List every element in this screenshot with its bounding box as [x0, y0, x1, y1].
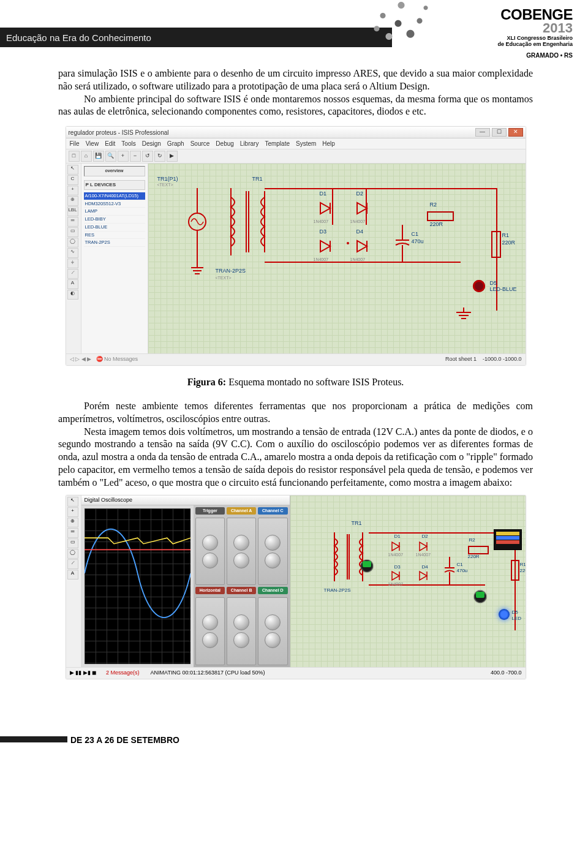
component-text: <TEXT>	[216, 275, 232, 281]
titlebar: regulador proteus - ISIS Professional — …	[66, 127, 526, 138]
knob-icon[interactable]	[233, 614, 249, 630]
tool-button[interactable]: A	[67, 570, 78, 579]
component-part: 1N4007	[314, 257, 329, 262]
tool-button[interactable]: C	[67, 175, 78, 185]
toolbar-button[interactable]: 💾	[93, 151, 104, 162]
knob-box[interactable]	[258, 518, 287, 585]
component-label: D4	[356, 228, 364, 236]
tool-button[interactable]: ↖	[67, 165, 78, 175]
knob-box[interactable]	[227, 597, 256, 665]
device-item[interactable]: TRAN-2P2S	[84, 239, 145, 247]
tool-button[interactable]: ⟋	[67, 559, 78, 569]
knob-box[interactable]	[258, 597, 287, 665]
status-anim: ANIMATING 00:01:12:563817 (CPU load 50%)	[146, 670, 484, 677]
status-coords: -1000.0 -1000.0	[483, 356, 522, 363]
component-text: <TEXT>	[157, 182, 173, 187]
knob-box[interactable]	[195, 597, 225, 665]
capacitor-icon	[393, 225, 412, 268]
knob-icon[interactable]	[233, 553, 249, 568]
diode-icon	[353, 237, 372, 255]
toolbar-button[interactable]: ▶	[167, 151, 178, 162]
tool-button[interactable]: +	[67, 186, 78, 195]
channel-header: Channel D	[258, 587, 287, 594]
component-part: LED-BLUE	[490, 286, 517, 293]
svg-marker-10	[320, 203, 330, 214]
component-label: TRAN-2P2S	[324, 587, 351, 594]
tool-button[interactable]: ═	[67, 217, 78, 227]
component-label: TR1	[352, 520, 362, 527]
knob-icon[interactable]	[265, 632, 281, 648]
page-header: Educação na Era do Conhecimento COBENGE …	[0, 0, 588, 61]
component-label: D3	[320, 228, 327, 236]
tool-button[interactable]: ↖	[67, 497, 78, 507]
knob-icon[interactable]	[265, 553, 281, 568]
tool-button[interactable]: ═	[67, 528, 78, 538]
menu-item[interactable]: File	[70, 140, 80, 148]
tool-button[interactable]: ◯	[67, 238, 78, 247]
tool-button[interactable]: ▭	[67, 227, 78, 237]
knob-icon[interactable]	[233, 535, 249, 551]
knob-icon[interactable]	[202, 553, 218, 568]
knob-icon[interactable]	[265, 614, 281, 630]
device-item[interactable]: LED-BLUE	[84, 224, 145, 232]
cobenge-logo: COBENGE 2013 XLI Congresso Brasileirode …	[389, 0, 579, 61]
knob-icon[interactable]	[233, 632, 249, 648]
toolbar-button[interactable]: □	[69, 151, 80, 162]
device-item[interactable]: LED-BIBY	[84, 216, 145, 224]
knob-icon[interactable]	[202, 632, 218, 648]
schematic-canvas[interactable]: TR1(P1) <TEXT> TR1 TRAN-2P2S <TEXT>	[148, 164, 526, 353]
knob-box[interactable]	[227, 518, 256, 585]
close-button[interactable]: ✕	[508, 128, 523, 137]
menu-item[interactable]: View	[86, 140, 99, 148]
schematic-canvas-running[interactable]: TR1 TRAN-2P2S D1 D2 D3	[290, 496, 526, 667]
maximize-button[interactable]: ☐	[492, 128, 507, 137]
resistor-icon	[491, 231, 501, 258]
minimize-button[interactable]: —	[475, 128, 490, 137]
toolbar-button[interactable]: ↺	[142, 151, 153, 162]
knob-icon[interactable]	[202, 535, 218, 551]
tool-button[interactable]: ◐	[67, 290, 78, 300]
device-item[interactable]: HDM320S512-V3	[84, 200, 145, 208]
tool-button[interactable]: ◯	[67, 549, 78, 559]
tool-button[interactable]: ∿	[67, 248, 78, 258]
tool-button[interactable]: ⏚	[67, 259, 78, 268]
knob-icon[interactable]	[202, 614, 218, 630]
device-item[interactable]: LAMP	[84, 208, 145, 216]
oscilloscope-controls[interactable]: Trigger Channel A Channel C Horizontal C…	[194, 505, 290, 666]
device-list[interactable]: A/100-X7/N4001AT(LD15) HDM320S512-V3 LAM…	[84, 192, 145, 247]
menu-item[interactable]: Tools	[121, 140, 135, 148]
tool-button[interactable]: ▭	[67, 538, 78, 548]
menu-item[interactable]: Design	[142, 140, 161, 148]
tool-button[interactable]: +	[67, 507, 78, 517]
menu-item[interactable]: Library	[240, 140, 259, 148]
device-item[interactable]: A/100-X7/N4001AT(LD15)	[84, 192, 145, 200]
capacitor-icon	[443, 557, 456, 587]
tool-button[interactable]: LBL	[67, 206, 78, 216]
toolbar-button[interactable]: ↻	[154, 151, 165, 162]
diode-icon	[390, 540, 403, 553]
article-body: para simulação ISIS e o ambiente para o …	[0, 61, 588, 693]
tool-button[interactable]: A	[67, 279, 78, 289]
tool-button[interactable]: ⊕	[67, 518, 78, 527]
menu-item[interactable]: Debug	[216, 140, 233, 148]
paragraph-3: Nesta imagem temos dois voltímetros, um …	[58, 426, 533, 489]
menu-item[interactable]: System	[296, 140, 316, 148]
tool-button[interactable]: ⊕	[67, 196, 78, 206]
knob-box[interactable]	[195, 518, 225, 585]
component-label: TRAN-2P2S	[216, 268, 246, 275]
tool-button[interactable]: ⟋	[67, 269, 78, 279]
menu-item[interactable]: Help	[322, 140, 335, 148]
menu-item[interactable]: Template	[265, 140, 290, 148]
device-selector-panel: overview P L DEVICES A/100-X7/N4001AT(LD…	[81, 164, 148, 353]
toolbar-button[interactable]: +	[118, 151, 129, 162]
channel-header: Horizontal	[195, 587, 225, 594]
menu-item[interactable]: Graph	[167, 140, 184, 148]
menu-item[interactable]: Edit	[105, 140, 115, 148]
diode-icon	[390, 569, 403, 583]
knob-icon[interactable]	[265, 535, 281, 551]
menu-item[interactable]: Source	[190, 140, 210, 148]
toolbar-button[interactable]: ⌂	[81, 151, 92, 162]
device-item[interactable]: RES	[84, 232, 145, 240]
toolbar-button[interactable]: −	[130, 151, 141, 162]
toolbar-button[interactable]: 🔍	[105, 151, 116, 162]
